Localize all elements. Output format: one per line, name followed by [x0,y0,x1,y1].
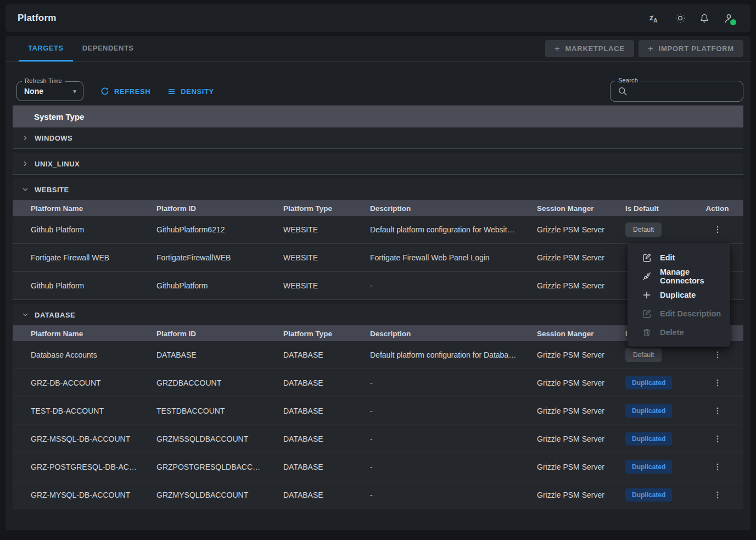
session-manager-cell: Grizzle PSM Server [519,435,607,443]
platform-id-cell: GithubPlatform [138,281,265,290]
density-button[interactable]: DENSITY [167,87,214,96]
description-cell: - [352,491,519,499]
status-badge: Default [625,222,662,237]
trash-icon [642,327,652,337]
action-cell [691,404,743,418]
refresh-button[interactable]: REFRESH [100,86,150,96]
menu-item-label: Edit [660,253,675,262]
group-name: UNIX_LINUX [35,160,80,168]
search-icon [617,86,628,97]
status-badge: Default [625,348,662,362]
menu-item-edit[interactable]: Edit [628,248,730,267]
tab-dependents[interactable]: DEPENDENTS [73,37,143,62]
is-default-cell: Duplicated [607,432,691,446]
column-header: Platform Name [13,204,138,213]
description-cell: - [352,378,519,387]
table-row: TEST-DB-ACCOUNT TESTDBACCOUNT DATABASE -… [13,397,743,425]
tab-targets[interactable]: TARGETS [19,37,73,62]
refresh-time-select[interactable]: Refresh Time None ▼ [16,81,83,101]
group-row-windows[interactable]: WINDOWS [13,127,743,149]
menu-item-label: Duplicate [660,291,696,299]
description-cell: Default platform configuration for Datab… [352,350,519,359]
platform-name-cell: GRZ-POSTGRESQL-DB-ACCOUNT [13,463,138,471]
action-cell [691,432,743,446]
description-cell: - [352,463,519,471]
session-manager-cell: Grizzle PSM Server [519,463,607,471]
status-badge: Duplicated [625,376,672,389]
row-actions-menu-button[interactable] [710,404,725,418]
page-title: Platform [18,13,57,24]
online-status-dot [730,19,736,25]
search-field: Search [610,81,743,102]
translate-icon[interactable]: -zA [646,8,666,28]
menu-item-duplicate[interactable]: Duplicate [628,286,730,304]
platform-type-cell: DATABASE [265,435,352,443]
plus-icon [642,290,652,300]
platform-name-cell: GRZ-MSSQL-DB-ACCOUNT [13,435,138,443]
group-row-unix_linux[interactable]: UNIX_LINUX [13,153,743,175]
column-header: Description [352,330,519,338]
marketplace-button[interactable]: + MARKETPLACE [545,40,634,57]
platform-name-cell: Database Accounts [13,350,138,359]
status-badge: Duplicated [625,488,672,502]
chevron-right-icon [21,134,29,142]
menu-item-delete: Delete [628,323,730,342]
chevron-right-icon [21,160,29,168]
refresh-time-value: None [24,87,43,96]
action-cell [691,460,743,474]
session-manager-cell: Grizzle PSM Server [519,225,607,234]
column-header: Is Default [607,204,691,213]
action-cell [691,488,743,502]
platform-id-cell: FortigateFirewallWEB [138,253,265,262]
import-platform-button[interactable]: + IMPORT PLATFORM [639,40,743,57]
platform-type-cell: WEBSITE [265,225,352,234]
plus-icon: + [648,43,654,54]
is-default-cell: Duplicated [607,488,691,502]
menu-item-label: Delete [660,328,684,337]
platform-id-cell: GRZMSSQLDBACCOUNT [138,435,265,443]
search-input[interactable] [632,87,737,96]
notifications-bell-icon[interactable] [695,8,714,28]
table-row: GRZ-DB-ACCOUNT GRZDBACCOUNT DATABASE - G… [13,369,743,397]
user-account-icon[interactable] [719,8,738,28]
menu-item-manage-connectors[interactable]: Manage Connectors [628,267,730,286]
app-bar: Platform -zA [5,4,751,32]
platform-id-cell: DATABASE [138,350,265,359]
session-manager-cell: Grizzle PSM Server [519,491,607,499]
row-actions-menu-button[interactable] [710,460,725,474]
platform-id-cell: GRZMYSQLDBACCOUNT [138,491,265,499]
platform-name-cell: GRZ-MYSQL-DB-ACCOUNT [13,491,138,499]
row-actions-menu-button[interactable] [710,222,725,237]
brightness-icon[interactable] [670,8,690,28]
platform-type-cell: WEBSITE [265,281,352,290]
chevron-down-icon [21,186,29,193]
row-actions-menu-button[interactable] [710,432,725,446]
toolbar: Refresh Time None ▼ REFRESH DENSITY [5,62,751,105]
row-actions-menu-button[interactable] [710,348,725,362]
row-actions-menu-button[interactable] [710,376,725,390]
group-row-website[interactable]: WEBSITE [13,179,743,201]
table-row: Github Platform GithubPlatform6212 WEBSI… [13,216,743,244]
appbar-actions: -zA [646,8,738,28]
description-cell: - [352,281,519,290]
status-badge: Duplicated [625,432,672,446]
column-header: Platform Type [265,330,352,338]
column-header: Session Manger [519,330,607,338]
refresh-icon [100,86,110,96]
session-manager-cell: Grizzle PSM Server [519,253,607,262]
session-manager-cell: Grizzle PSM Server [519,281,607,290]
platform-type-cell: DATABASE [265,350,352,359]
search-label: Search [615,77,641,83]
table-row: GRZ-MSSQL-DB-ACCOUNT GRZMSSQLDBACCOUNT D… [13,425,743,453]
row-actions-menu-button[interactable] [710,488,725,502]
description-cell: Fortigate Firewall Web Panel Login [352,253,519,262]
density-icon [167,87,176,96]
is-default-cell: Duplicated [607,376,691,389]
platform-id-cell: GithubPlatform6212 [138,225,265,234]
description-cell: - [352,435,519,443]
is-default-cell: Default [607,348,691,362]
status-badge: Duplicated [625,404,672,417]
group-name: DATABASE [35,311,75,319]
platform-name-cell: Github Platform [13,225,138,234]
row-context-menu: EditManage ConnectorsDuplicateEdit Descr… [628,243,730,347]
